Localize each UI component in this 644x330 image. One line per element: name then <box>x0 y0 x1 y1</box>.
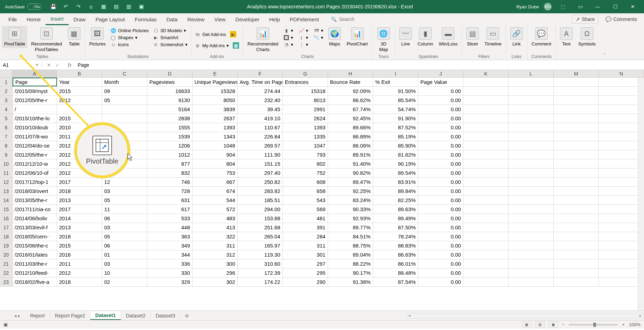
tab-view[interactable]: View <box>209 13 230 25</box>
cell[interactable] <box>509 250 554 259</box>
cell[interactable]: 2838 <box>147 114 192 123</box>
cell[interactable]: 0.00 <box>418 178 463 186</box>
cell[interactable] <box>463 123 509 132</box>
sheet-nav[interactable]: ◂ ▸ <box>14 313 25 318</box>
cell[interactable] <box>509 141 554 150</box>
cell[interactable] <box>554 223 599 232</box>
cell[interactable] <box>509 187 554 195</box>
cell[interactable]: 174.22 <box>238 278 283 286</box>
row-header[interactable]: 3 <box>0 96 13 105</box>
cell[interactable]: 2015 <box>57 87 102 95</box>
cell[interactable]: 88.22% <box>328 259 373 268</box>
autosave-toggle[interactable]: Off ● <box>27 3 41 10</box>
cell[interactable]: 172.39 <box>238 268 283 277</box>
cell[interactable]: 89.91% <box>328 150 373 159</box>
cell[interactable]: 89.63% <box>373 205 418 214</box>
cell[interactable]: 1012 <box>147 150 192 159</box>
recommended-pivot-button[interactable]: ⊡ Recommended PivotTables <box>29 26 64 53</box>
cell[interactable]: /2018/05/cern- <box>13 232 57 241</box>
maps-button[interactable]: 🌍 Maps <box>326 26 343 48</box>
cell[interactable]: 301 <box>283 250 328 259</box>
cancel-icon[interactable]: ✕ <box>47 62 51 68</box>
zoom-in-button[interactable]: + <box>622 322 625 327</box>
cell[interactable]: 344 <box>147 250 192 259</box>
cell[interactable] <box>554 123 599 132</box>
cell[interactable] <box>463 159 509 168</box>
cell[interactable] <box>509 223 554 232</box>
cell[interactable]: 92.93% <box>328 214 373 223</box>
row-header[interactable]: 6 <box>0 123 13 132</box>
cell[interactable] <box>463 114 509 123</box>
row-header[interactable]: 11 <box>0 168 13 177</box>
cell[interactable]: 110.67 <box>238 123 283 132</box>
cell[interactable]: 0.00 <box>418 87 463 95</box>
cell[interactable] <box>599 223 644 232</box>
cell[interactable]: 0.00 <box>418 241 463 250</box>
cell[interactable]: % Exit <box>373 78 418 86</box>
cell[interactable]: Page <box>13 78 57 86</box>
cell[interactable] <box>509 259 554 268</box>
cell[interactable]: 0.00 <box>418 187 463 195</box>
cell[interactable]: 89.47% <box>328 178 373 186</box>
cell[interactable] <box>463 268 509 277</box>
col-header[interactable]: C <box>102 70 147 77</box>
cell[interactable] <box>509 278 554 286</box>
cell[interactable]: 2015 <box>57 241 102 250</box>
cell[interactable]: 0.00 <box>418 232 463 241</box>
cell[interactable]: 86.06% <box>328 141 373 150</box>
cell[interactable] <box>102 114 147 123</box>
cell[interactable] <box>554 141 599 150</box>
cell[interactable]: 1048 <box>192 141 238 150</box>
chart-pie-button[interactable]: ◔▾ ⋮▾ <box>282 41 325 48</box>
cell[interactable]: 92.09% <box>328 87 373 95</box>
cell[interactable]: 15328 <box>192 87 238 95</box>
cell[interactable]: 2013 <box>57 196 102 205</box>
sheet-tab[interactable]: Dataset1 <box>90 311 121 320</box>
text-button[interactable]: AText <box>558 26 575 48</box>
cell[interactable]: 88.75% <box>328 241 373 250</box>
cell[interactable]: 296 <box>192 268 238 277</box>
cell[interactable]: 0.00 <box>418 123 463 132</box>
maximize-icon[interactable]: ☐ <box>609 2 622 12</box>
cell[interactable] <box>554 96 599 105</box>
col-header[interactable]: D <box>147 70 192 77</box>
simplify-ribbon-icon[interactable]: ⬚ <box>556 2 569 12</box>
cell[interactable]: 752 <box>283 168 328 177</box>
cell[interactable] <box>554 259 599 268</box>
tab-developer[interactable]: Developer <box>231 13 264 25</box>
cell[interactable]: 91.38% <box>328 278 373 286</box>
cell[interactable] <box>509 132 554 141</box>
cell[interactable]: 9130 <box>147 96 192 105</box>
cell[interactable]: Month <box>102 78 147 86</box>
scroll-left-icon[interactable]: ◂ <box>406 313 413 318</box>
cell[interactable]: 2637 <box>192 114 238 123</box>
cell[interactable]: 413 <box>192 223 238 232</box>
cell[interactable]: 2016 <box>57 250 102 259</box>
chevron-down-icon[interactable]: ▼ <box>35 63 39 67</box>
cell[interactable]: 0.00 <box>418 250 463 259</box>
sparkline-column-button[interactable]: ▮Column <box>415 26 435 48</box>
cell[interactable]: 322 <box>192 232 238 241</box>
cell[interactable]: 793 <box>283 150 328 159</box>
recommended-charts-button[interactable]: 📊 Recommended Charts <box>245 26 281 53</box>
cell[interactable] <box>554 114 599 123</box>
spreadsheet-grid[interactable]: A B C D E F G H I J K L M N 1PageYearMon… <box>0 70 644 310</box>
cell[interactable] <box>599 150 644 159</box>
row-header[interactable]: 16 <box>0 214 13 223</box>
cell[interactable]: 310.60 <box>238 259 283 268</box>
cell[interactable]: 0.00 <box>418 268 463 277</box>
cell[interactable]: /2018/02/five-a <box>13 278 57 286</box>
cell[interactable]: 0.00 <box>418 259 463 268</box>
cell[interactable]: 153.88 <box>238 214 283 223</box>
table-button[interactable]: ▦ Table <box>66 26 83 48</box>
cell[interactable]: Unique Pageviews <box>192 78 238 86</box>
cell[interactable] <box>509 214 554 223</box>
cell[interactable]: 86.63% <box>373 250 418 259</box>
cell[interactable] <box>509 159 554 168</box>
cell[interactable]: 89.49% <box>373 214 418 223</box>
cell[interactable]: 86.89% <box>328 132 373 141</box>
cell[interactable]: 631 <box>147 196 192 205</box>
cell[interactable] <box>554 105 599 114</box>
horizontal-scrollbar[interactable]: ◂ ▸ <box>406 313 644 318</box>
cell[interactable] <box>463 132 509 141</box>
